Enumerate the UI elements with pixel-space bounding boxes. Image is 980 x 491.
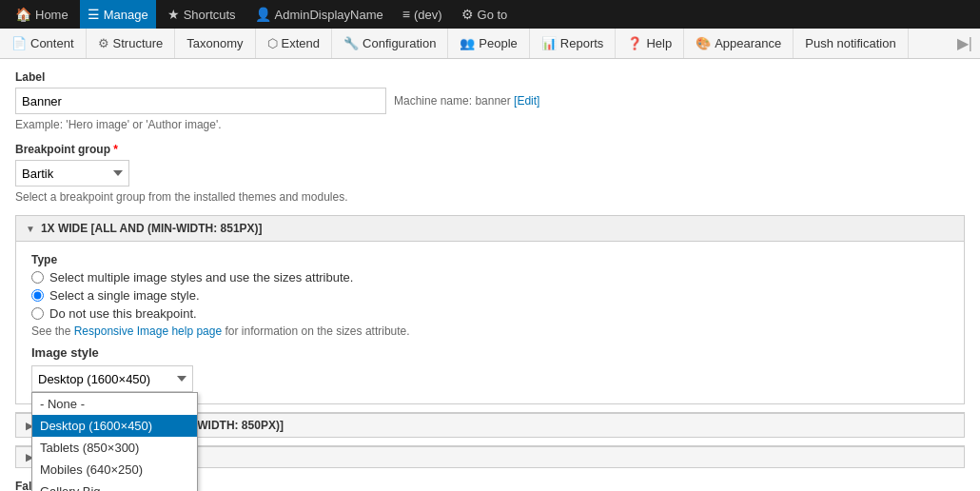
nav-goto-label: Go to <box>478 8 508 22</box>
machine-name-edit-link[interactable]: [Edit] <box>514 94 539 108</box>
responsive-image-help-link[interactable]: Responsive Image help page <box>74 324 222 338</box>
section-1x-wide-content: Type Select multiple image styles and us… <box>16 242 964 403</box>
structure-icon: ⚙ <box>98 36 109 50</box>
label-input-row: Machine name: banner [Edit] <box>15 88 965 114</box>
nav-shortcuts[interactable]: ★ Shortcuts <box>160 0 244 29</box>
nav-people[interactable]: 👥 People <box>448 29 529 58</box>
type-help-text: See the Responsive Image help page for i… <box>31 324 949 338</box>
appearance-icon: 🎨 <box>696 36 711 50</box>
home-icon: 🏠 <box>15 7 31 22</box>
nav-structure[interactable]: ⚙ Structure <box>87 29 176 58</box>
nav-right-controls: ▶| <box>950 29 980 58</box>
label-input[interactable] <box>15 88 386 114</box>
image-style-label: Image style <box>31 345 949 360</box>
chevron-down-icon: ▼ <box>26 224 35 234</box>
radio-multiple: Select multiple image styles and use the… <box>31 270 949 285</box>
image-style-dropdown-container: - None - Desktop (1600×450) Tablets (850… <box>31 365 193 392</box>
second-nav-bar: 📄 Content ⚙ Structure Taxonomy ⬡ Extend … <box>0 29 980 59</box>
breakpoint-group-form: Breakpoint group * Bartik Select a break… <box>15 143 965 204</box>
nav-dev-label: (dev) <box>414 8 442 22</box>
nav-manage-label: Manage <box>104 8 148 22</box>
nav-right-icon: ▶| <box>957 34 972 52</box>
section-1x-wide-title: 1X WIDE [ALL AND (MIN-WIDTH: 851PX)] <box>41 222 263 235</box>
dropdown-option-gallery-big[interactable]: Gallery Big <box>32 481 197 491</box>
nav-dev[interactable]: ≡ (dev) <box>395 0 450 29</box>
nav-manage[interactable]: ☰ Manage <box>80 0 156 29</box>
dev-icon: ≡ <box>402 7 410 22</box>
radio-none-input[interactable] <box>31 307 44 320</box>
breakpoint-select-row: Bartik <box>15 160 965 187</box>
radio-single-label[interactable]: Select a single image style. <box>49 288 200 303</box>
nav-help[interactable]: ❓ Help <box>616 29 684 58</box>
image-style-dropdown-list: - None - Desktop (1600×450) Tablets (850… <box>31 392 198 491</box>
breakpoint-required: * <box>113 143 118 156</box>
breakpoint-select[interactable]: Bartik <box>15 160 129 187</box>
content-icon: 📄 <box>11 36 27 50</box>
manage-icon: ☰ <box>88 7 100 22</box>
machine-name-text: Machine name: banner [Edit] <box>394 94 539 108</box>
radio-multiple-label[interactable]: Select multiple image styles and use the… <box>49 270 353 285</box>
breakpoint-description: Select a breakpoint group from the insta… <box>15 190 965 204</box>
help-icon: ❓ <box>627 36 642 50</box>
main-content: Label Machine name: banner [Edit] Exampl… <box>0 59 980 491</box>
dropdown-option-tablets[interactable]: Tablets (850×300) <box>32 437 197 459</box>
star-icon: ★ <box>167 7 180 22</box>
radio-none-label[interactable]: Do not use this breakpoint. <box>49 306 197 321</box>
radio-single: Select a single image style. <box>31 288 949 303</box>
breakpoint-label: Breakpoint group * <box>15 143 965 156</box>
nav-goto[interactable]: ⚙ Go to <box>454 0 516 29</box>
nav-push[interactable]: Push notification <box>794 29 908 58</box>
section-1x-wide: ▼ 1X WIDE [ALL AND (MIN-WIDTH: 851PX)] T… <box>15 215 965 404</box>
nav-taxonomy[interactable]: Taxonomy <box>175 29 255 58</box>
nav-reports[interactable]: 📊 Reports <box>530 29 617 58</box>
label-field-label: Label <box>15 70 965 84</box>
image-style-select[interactable]: - None - Desktop (1600×450) Tablets (850… <box>31 365 193 392</box>
label-form-group: Label Machine name: banner [Edit] Exampl… <box>15 70 965 131</box>
type-label: Type <box>31 253 949 266</box>
radio-multiple-input[interactable] <box>31 271 44 284</box>
nav-home[interactable]: 🏠 Home <box>8 0 76 29</box>
goto-icon: ⚙ <box>461 7 474 22</box>
nav-shortcuts-label: Shortcuts <box>184 8 236 22</box>
config-icon: 🔧 <box>343 36 359 50</box>
people-icon: 👥 <box>460 36 475 50</box>
nav-appearance[interactable]: 🎨 Appearance <box>684 29 794 58</box>
nav-admin-label: AdminDisplayName <box>275 8 383 22</box>
nav-admin[interactable]: 👤 AdminDisplayName <box>247 0 391 29</box>
nav-content[interactable]: 📄 Content <box>0 29 87 58</box>
radio-single-input[interactable] <box>31 289 44 302</box>
nav-home-label: Home <box>35 8 69 22</box>
dropdown-option-desktop[interactable]: Desktop (1600×450) <box>32 415 197 437</box>
top-nav-bar: 🏠 Home ☰ Manage ★ Shortcuts 👤 AdminDispl… <box>0 0 980 29</box>
dropdown-option-none[interactable]: - None - <box>32 393 197 415</box>
dropdown-option-mobiles[interactable]: Mobiles (640×250) <box>32 459 197 481</box>
label-description: Example: 'Hero image' or 'Author image'. <box>15 118 965 131</box>
nav-configuration[interactable]: 🔧 Configuration <box>332 29 448 58</box>
section-1x-wide-header[interactable]: ▼ 1X WIDE [ALL AND (MIN-WIDTH: 851PX)] <box>16 216 964 242</box>
extend-icon: ⬡ <box>267 36 278 50</box>
radio-none: Do not use this breakpoint. <box>31 306 949 321</box>
nav-extend[interactable]: ⬡ Extend <box>256 29 332 58</box>
user-icon: 👤 <box>255 7 271 22</box>
reports-icon: 📊 <box>541 36 557 50</box>
